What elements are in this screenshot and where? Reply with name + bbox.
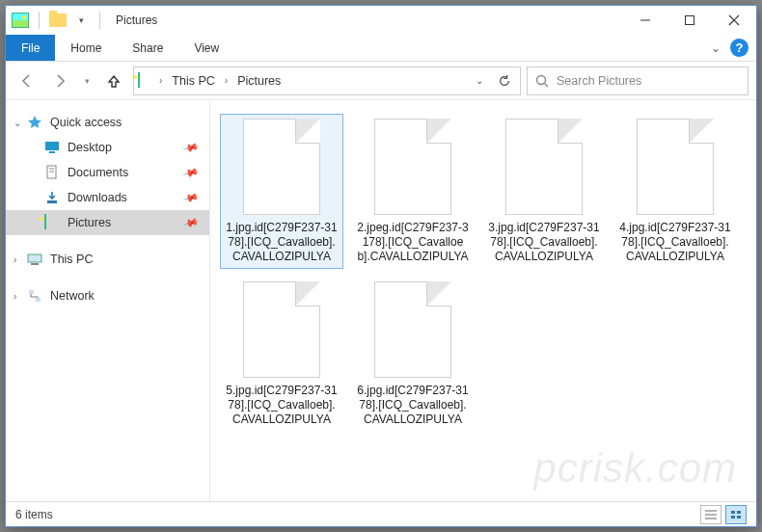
forward-button[interactable] [46,67,73,94]
search-icon [535,74,549,88]
file-icon [637,119,714,215]
explorer-window: ▾ Pictures File Home Share View ⌄ ? [5,5,757,527]
details-view-button[interactable] [700,505,721,524]
svg-rect-19 [731,511,735,514]
tab-share[interactable]: Share [117,35,178,61]
qat-dropdown-icon[interactable]: ▾ [72,12,90,29]
icons-view-button[interactable] [725,505,747,524]
sidebar-item-label: Downloads [68,191,127,204]
sidebar-this-pc[interactable]: › This PC [6,247,209,272]
pin-icon: 📌 [182,214,201,231]
maximize-button[interactable] [667,6,712,35]
svg-rect-22 [737,516,741,519]
status-text: 6 items [15,508,53,521]
svg-rect-13 [31,263,39,265]
close-button[interactable] [712,6,756,35]
folder-icon[interactable] [49,12,67,29]
network-icon [27,288,42,304]
file-label: 2.jpeg.id[C279F237-3178].[ICQ_Cavalloeb]… [356,221,470,264]
svg-rect-15 [36,298,41,302]
location-icon [138,73,153,89]
sidebar-item-desktop[interactable]: Desktop 📌 [6,135,209,160]
file-item[interactable]: 6.jpg.id[C279F237-3178].[ICQ_Cavalloeb].… [351,277,475,432]
pictures-icon [44,215,60,230]
file-item[interactable]: 4.jpg.id[C279F237-3178].[ICQ_Cavalloeb].… [613,114,737,269]
file-icon [374,119,451,215]
crumb-pictures[interactable]: Pictures [233,72,285,90]
file-item[interactable]: 3.jpg.id[C279F237-3178].[ICQ_Cavalloeb].… [482,114,606,269]
minimize-button[interactable] [623,6,667,35]
content-area: ⌄ Quick access Desktop 📌 Documents 📌 Dow… [6,100,756,501]
ribbon-expand-icon[interactable]: ⌄ [711,41,721,55]
file-item[interactable]: 5.jpg.id[C279F237-3178].[ICQ_Cavalloeb].… [220,277,343,432]
svg-line-5 [545,83,549,87]
status-bar: 6 items [6,501,756,526]
svg-rect-1 [686,16,694,25]
file-label: 4.jpg.id[C279F237-3178].[ICQ_Cavalloeb].… [618,221,732,264]
up-button[interactable] [100,67,127,94]
desktop-icon [44,140,60,155]
pin-icon: 📌 [182,189,201,206]
computer-icon [27,252,42,267]
svg-rect-12 [28,254,41,262]
sidebar-quick-access[interactable]: ⌄ Quick access [6,110,209,135]
search-input[interactable]: Search Pictures [527,66,748,95]
address-bar[interactable]: › This PC › Pictures ⌄ [133,66,521,95]
file-item[interactable]: 2.jpeg.id[C279F237-3178].[ICQ_Cavalloeb]… [351,114,475,269]
file-item[interactable]: 1.jpg.id[C279F237-3178].[ICQ_Cavalloeb].… [220,114,343,269]
address-dropdown-icon[interactable]: ⌄ [468,68,491,93]
caret-right-icon: › [14,291,16,302]
sidebar-item-label: Network [50,289,95,303]
svg-point-4 [537,75,546,84]
sidebar-item-label: Quick access [50,116,122,129]
star-icon [27,115,42,130]
sidebar-item-documents[interactable]: Documents 📌 [6,160,209,185]
svg-rect-7 [49,151,55,153]
svg-rect-21 [731,516,735,519]
sidebar-item-label: This PC [50,253,93,266]
app-icon [12,12,29,29]
help-button[interactable]: ? [730,39,748,57]
recent-locations-icon[interactable]: ▾ [79,67,95,94]
file-icon [374,281,451,378]
refresh-button[interactable] [493,68,516,93]
chevron-right-icon[interactable]: › [225,75,228,86]
pin-icon: 📌 [182,139,201,156]
tab-view[interactable]: View [178,35,234,61]
tab-home[interactable]: Home [55,35,117,61]
sidebar-item-label: Documents [68,166,128,179]
navbar: ▾ › This PC › Pictures ⌄ Search Pictures [6,62,756,100]
caret-down-icon: ⌄ [14,118,21,128]
file-label: 5.jpg.id[C279F237-3178].[ICQ_Cavalloeb].… [225,384,339,427]
sidebar: ⌄ Quick access Desktop 📌 Documents 📌 Dow… [6,100,210,501]
svg-rect-14 [29,290,34,294]
file-icon [243,281,320,378]
search-placeholder: Search Pictures [557,74,641,88]
sidebar-item-label: Pictures [68,216,111,229]
titlebar: ▾ Pictures [6,6,756,35]
ribbon: File Home Share View ⌄ ? [6,35,756,62]
chevron-right-icon[interactable]: › [159,75,162,86]
file-icon [505,119,583,215]
sidebar-network[interactable]: › Network [6,283,209,308]
svg-rect-20 [737,511,741,514]
pin-icon: 📌 [182,164,201,181]
file-icon [243,119,320,215]
file-label: 3.jpg.id[C279F237-3178].[ICQ_Cavalloeb].… [487,221,601,264]
window-title: Pictures [116,13,157,27]
back-button[interactable] [14,67,41,94]
documents-icon [44,165,60,180]
sidebar-item-downloads[interactable]: Downloads 📌 [6,185,209,210]
sidebar-item-label: Desktop [68,141,112,154]
file-label: 1.jpg.id[C279F237-3178].[ICQ_Cavalloeb].… [225,221,339,264]
downloads-icon [44,190,60,205]
svg-rect-11 [47,200,57,203]
caret-right-icon: › [14,254,16,265]
crumb-this-pc[interactable]: This PC [168,72,218,90]
file-tab[interactable]: File [6,35,55,61]
file-label: 6.jpg.id[C279F237-3178].[ICQ_Cavalloeb].… [356,384,470,427]
sidebar-item-pictures[interactable]: Pictures 📌 [6,210,209,235]
svg-rect-6 [45,142,59,150]
file-grid[interactable]: 1.jpg.id[C279F237-3178].[ICQ_Cavalloeb].… [210,100,756,501]
